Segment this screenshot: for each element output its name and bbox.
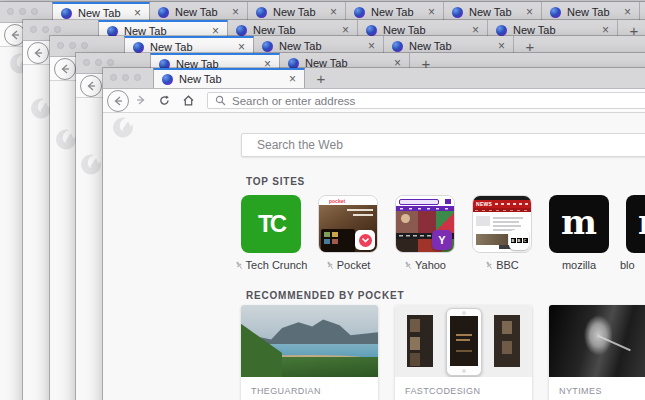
top-sites-header: TOP SITES [239, 176, 305, 187]
back-button[interactable] [80, 75, 102, 97]
top-site-label-text: Pocket [337, 259, 371, 271]
right-art-panel [494, 315, 520, 367]
pin-icon [326, 261, 334, 270]
pocket-card-image [395, 305, 532, 377]
refresh-button[interactable] [156, 90, 172, 110]
address-bar[interactable]: Search or enter address [207, 92, 645, 109]
tab-close-icon[interactable]: × [342, 24, 349, 36]
firefox-newtab-favicon [550, 7, 561, 18]
pocket-badge-icon [355, 230, 375, 250]
article-image-thumbnail [476, 216, 490, 226]
tab-close-icon[interactable]: × [526, 6, 533, 18]
tab-close-icon[interactable]: × [238, 41, 245, 53]
tab-label: New Tab [78, 7, 128, 19]
pocket-site-header: pocket [319, 196, 377, 205]
tab-close-icon[interactable]: × [134, 7, 141, 19]
top-site-tile-bbc[interactable]: NEWSBBC [472, 195, 532, 253]
tab-new-tab[interactable]: New Tab× [52, 2, 150, 22]
text-line [493, 221, 519, 223]
photo-thumbnail [418, 211, 436, 233]
tab-label: New Tab [513, 24, 596, 36]
tab-new-tab[interactable]: New Tab× [542, 2, 640, 22]
tab-close-icon[interactable]: × [472, 24, 479, 36]
top-site-label: BBC [464, 259, 541, 271]
photo-strip-thumbnail [476, 234, 508, 245]
top-site-label-text: Yahoo [415, 259, 446, 271]
bbc-subnav-band [473, 208, 531, 212]
top-site-label-text: blo [620, 259, 635, 271]
firefox-watermark-icon [55, 128, 77, 155]
tab-strip: New Tab×+ [103, 68, 645, 88]
firefox-newtab-favicon [256, 7, 267, 18]
tab-label: New Tab [273, 6, 324, 18]
back-button[interactable] [27, 42, 49, 64]
top-site-label-text: BBC [496, 259, 519, 271]
home-button[interactable] [180, 90, 196, 110]
pocket-card[interactable]: FASTCODESIGN [395, 305, 532, 400]
tab-new-tab[interactable]: New Tab× [248, 2, 346, 22]
tab-label: New Tab [150, 41, 232, 53]
tab-close-icon[interactable]: × [428, 6, 435, 18]
photo-thumbnail [396, 211, 418, 233]
tab-label: New Tab [253, 24, 336, 36]
tab-close-icon[interactable]: × [602, 24, 609, 36]
thumbnail-cell [332, 239, 338, 244]
pocket-card[interactable]: NYTIMES [549, 305, 645, 400]
bbc-letter-block: B [517, 238, 522, 243]
photo-thumbnail [396, 239, 418, 253]
tab-close-icon[interactable]: × [498, 40, 505, 52]
firefox-newtab-favicon [288, 58, 299, 69]
tab-close-icon[interactable]: × [624, 6, 631, 18]
forward-button[interactable] [133, 90, 149, 110]
top-sites-header-label: TOP SITES [246, 176, 305, 187]
address-bar-placeholder: Search or enter address [232, 95, 355, 107]
top-site-label: Yahoo [387, 259, 464, 271]
tab-close-icon[interactable]: × [368, 40, 375, 52]
tab-new-tab[interactable]: New Tab× [153, 68, 305, 88]
top-site-tile-mozilla[interactable]: m [549, 195, 609, 253]
text-line [493, 217, 523, 219]
web-search-input[interactable]: Search the Web [241, 133, 645, 157]
serif-letter-logo: m [638, 205, 645, 239]
guitarist-figure [549, 305, 645, 377]
top-site-tile-techcrunch[interactable]: TC [241, 195, 301, 253]
pocket-card-source: NYTIMES [559, 386, 645, 396]
top-site-label: Pocket [310, 259, 387, 271]
pin-icon [235, 261, 243, 270]
top-site-label-text: Tech Crunch [246, 259, 308, 271]
top-site-tile-pocket[interactable]: pocket [318, 195, 378, 253]
top-site-tile-yahoo[interactable]: Y [395, 195, 455, 253]
firefox-newtab-favicon [392, 41, 403, 52]
tab-close-icon[interactable]: × [232, 6, 239, 18]
yahoo-badge-icon: Y [432, 230, 452, 250]
tab-close-icon[interactable]: × [330, 6, 337, 18]
thumbnail-cell [324, 232, 330, 237]
pocket-card-source: FASTCODESIGN [405, 386, 522, 396]
firefox-newtab-favicon [133, 42, 144, 53]
search-icon [215, 95, 226, 106]
tab-new-tab[interactable]: New Tab× [346, 2, 444, 22]
top-site-label-text: mozilla [562, 259, 596, 271]
tab-close-icon[interactable]: × [289, 73, 296, 85]
pocket-section-header: RECOMMENDED BY POCKET [239, 290, 404, 301]
back-button[interactable] [107, 90, 129, 112]
tab-label: New Tab [179, 73, 283, 85]
back-button[interactable] [54, 58, 76, 80]
tab-label: New Tab [469, 6, 520, 18]
pocket-card[interactable]: THEGUARDIAN [241, 305, 378, 400]
bbc-badge-icon: BBC [509, 230, 529, 250]
bbc-news-band: NEWS [473, 200, 531, 208]
new-tab-button[interactable]: + [309, 68, 333, 88]
firefox-newtab-favicon [236, 25, 247, 36]
pin-icon [404, 261, 412, 270]
tab-new-tab[interactable]: New Tab× [150, 2, 248, 22]
firefox-watermark-icon [112, 116, 134, 143]
serif-letter-logo: m [561, 205, 597, 239]
search-bar-thumbnail [399, 199, 439, 205]
pocket-card-image [549, 305, 645, 377]
tab-new-tab[interactable]: New Tab× [444, 2, 542, 22]
nav-dashes [495, 203, 528, 205]
text-line [493, 225, 521, 227]
top-site-tile-partial[interactable]: m [626, 195, 645, 253]
top-site-label: Tech Crunch [233, 259, 310, 271]
